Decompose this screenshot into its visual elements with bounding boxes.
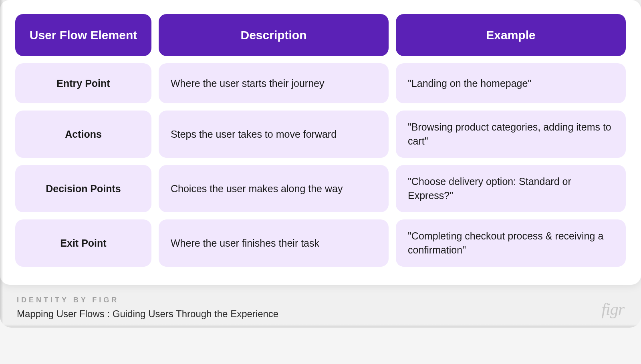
user-flow-table: User Flow Element Description Example En… — [15, 14, 626, 267]
footer-kicker: IDENTITY BY FIGR — [17, 296, 624, 304]
header-description: Description — [159, 14, 389, 56]
cell-description: Where the user finishes their task — [159, 219, 389, 267]
cell-element: Entry Point — [15, 63, 151, 103]
cell-example: "Browsing product categories, adding ite… — [396, 111, 626, 158]
table-row: Actions Steps the user takes to move for… — [15, 111, 626, 158]
table-row: Entry Point Where the user starts their … — [15, 63, 626, 103]
cell-example: "Choose delivery option: Standard or Exp… — [396, 165, 626, 212]
cell-description: Steps the user takes to move forward — [159, 111, 389, 158]
footer: IDENTITY BY FIGR Mapping User Flows : Gu… — [0, 285, 641, 328]
header-user-flow-element: User Flow Element — [15, 14, 151, 56]
table-header-row: User Flow Element Description Example — [15, 14, 626, 56]
table-row: Exit Point Where the user finishes their… — [15, 219, 626, 267]
cell-element: Actions — [15, 111, 151, 158]
figr-logo: figr — [601, 300, 624, 319]
cell-element: Exit Point — [15, 219, 151, 267]
footer-title: Mapping User Flows : Guiding Users Throu… — [17, 308, 624, 320]
header-example: Example — [396, 14, 626, 56]
cell-description: Choices the user makes along the way — [159, 165, 389, 212]
cell-element: Decision Points — [15, 165, 151, 212]
cell-example: "Landing on the homepage" — [396, 63, 626, 103]
table-row: Decision Points Choices the user makes a… — [15, 165, 626, 212]
cell-description: Where the user starts their journey — [159, 63, 389, 103]
cell-example: "Completing checkout process & receiving… — [396, 219, 626, 267]
table-card: User Flow Element Description Example En… — [0, 0, 641, 285]
